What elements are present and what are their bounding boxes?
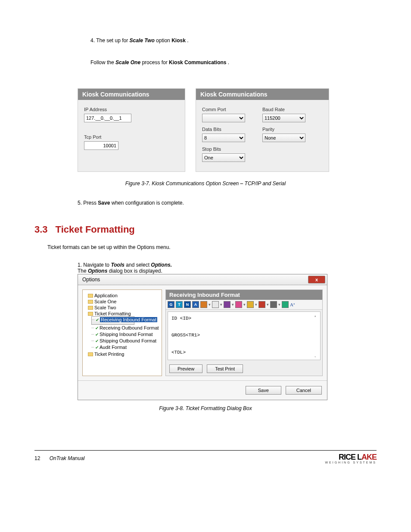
tf-intro: Ticket formats can be set up within the …: [47, 244, 377, 251]
folder-icon: [88, 312, 93, 316]
rice-lake-logo: RICE LAKE WEIGHING SYSTEMS: [325, 453, 377, 464]
stop-bits-select[interactable]: One: [202, 153, 245, 162]
format-toolbar: G T N A ▾ ▾ ▾ ▾ ▾ ▾ ▾ Aª: [166, 300, 322, 310]
manual-name: OnTrak Manual: [50, 455, 85, 461]
check-icon: ✔: [95, 345, 99, 350]
panel-head-left: Kiosk Communications: [78, 89, 185, 100]
scroll-up-icon[interactable]: ▴: [314, 313, 319, 318]
kiosk-panel-serial: Kiosk Communications Comm Port Baud Rate…: [196, 88, 329, 172]
tree-scale-one[interactable]: Scale One: [88, 299, 160, 305]
toolbar-g-icon[interactable]: G: [168, 301, 174, 308]
toolbar-a-icon[interactable]: A: [192, 301, 199, 308]
cancel-button[interactable]: Cancel: [286, 386, 322, 395]
data-bits-select[interactable]: 8: [202, 134, 245, 142]
instruction-scale-two: 4. The set up for Scale Two option Kiosk…: [90, 37, 377, 44]
dialog-title: Options: [82, 277, 100, 283]
folder-icon: [88, 306, 93, 310]
panel-head-right: Kiosk Communications: [196, 89, 329, 100]
ip-address-label: IP Address: [84, 107, 131, 112]
baud-rate-label: Baud Rate: [262, 107, 305, 112]
parity-label: Parity: [262, 127, 305, 132]
close-icon[interactable]: x: [308, 276, 325, 283]
stop-bits-label: Stop Bits: [202, 146, 245, 152]
scroll-down-icon[interactable]: ▾: [314, 354, 319, 359]
tf-step-1b: The Options dialog box is displayed.: [78, 268, 377, 274]
check-icon: ✔: [95, 339, 99, 343]
tree-receiving-inbound[interactable]: ✔Receiving Inbound Format: [91, 316, 134, 325]
tree-shipping-inbound[interactable]: ✔Shipping Inbound Format: [91, 331, 160, 338]
figure-3-8-caption: Figure 3-8. Ticket Formatting Dialog Box: [34, 405, 377, 411]
tree-shipping-outbound[interactable]: ✔Shipping Outbound Format: [91, 338, 160, 344]
toolbar-font-icon[interactable]: Aª: [290, 302, 295, 307]
figure-3-7-caption: Figure 3-7. Kiosk Communications Option …: [34, 180, 377, 187]
options-dialog: Options x Application Scale One Scale Tw…: [78, 274, 327, 400]
options-tree[interactable]: Application Scale One Scale Two Ticket F…: [82, 289, 162, 376]
format-editor-textarea[interactable]: ID <ID> GROSS<TR1> <TDL>▴▾: [168, 311, 321, 360]
toolbar-star-icon[interactable]: [247, 301, 254, 308]
tree-ticket-formatting[interactable]: Ticket Formatting ✔Receiving Inbound For…: [88, 311, 160, 351]
parity-select[interactable]: None: [262, 134, 305, 142]
baud-rate-select[interactable]: 115200: [262, 114, 305, 122]
page-footer: 12 OnTrak Manual RICE LAKE WEIGHING SYST…: [34, 450, 377, 464]
toolbar-gear-icon[interactable]: [235, 301, 242, 308]
tree-receiving-outbound[interactable]: ✔Receiving Outbound Format: [91, 325, 160, 331]
toolbar-t-icon[interactable]: T: [176, 301, 183, 308]
toolbar-n-icon[interactable]: N: [184, 301, 191, 308]
tree-audit-format[interactable]: ✔Audit Format: [91, 344, 160, 351]
page-number: 12: [34, 455, 40, 461]
instruction-save: 5. Press Save when configuration is comp…: [78, 199, 377, 207]
format-editor-pane: Receiving Inbound Format G T N A ▾ ▾ ▾ ▾…: [165, 289, 323, 376]
check-icon: ✔: [95, 326, 99, 330]
save-button[interactable]: Save: [246, 386, 281, 395]
check-icon: ✔: [96, 317, 99, 322]
folder-icon: [88, 352, 93, 356]
tree-ticket-printing[interactable]: Ticket Printing: [88, 351, 160, 357]
tree-application[interactable]: Application: [88, 292, 160, 299]
instruction-scale-one: Follow the Scale One process for Kiosk C…: [90, 59, 377, 66]
comm-port-select[interactable]: [202, 114, 245, 122]
toolbar-clip-icon[interactable]: [258, 301, 265, 308]
folder-icon: [88, 294, 93, 298]
tcp-port-input[interactable]: [84, 141, 118, 150]
kiosk-panel-tcpip: Kiosk Communications IP Address Tcp Port: [78, 88, 185, 172]
ip-address-input[interactable]: [84, 114, 131, 122]
dialog-titlebar[interactable]: Options x: [78, 274, 327, 285]
kiosk-panels-row: Kiosk Communications IP Address Tcp Port…: [78, 88, 377, 172]
section-3-3-heading: 3.3Ticket Formatting: [34, 224, 377, 235]
tree-scale-two[interactable]: Scale Two: [88, 305, 160, 311]
tcp-port-label: Tcp Port: [84, 134, 118, 140]
preview-button[interactable]: Preview: [169, 364, 202, 373]
format-editor-head: Receiving Inbound Format: [166, 290, 322, 300]
toolbar-refresh-icon[interactable]: [282, 301, 289, 308]
test-print-button[interactable]: Test Print: [207, 364, 243, 373]
comm-port-label: Comm Port: [202, 107, 245, 112]
toolbar-puzzle-icon[interactable]: [224, 301, 230, 308]
data-bits-label: Data Bits: [202, 127, 245, 132]
tf-step-1: 1. Navigate to Tools and select Options.: [78, 262, 377, 268]
toolbar-page-icon[interactable]: [212, 301, 219, 308]
check-icon: ✔: [95, 332, 99, 337]
toolbar-table-icon[interactable]: [200, 301, 207, 308]
folder-icon: [88, 300, 93, 304]
toolbar-link-icon[interactable]: [270, 301, 277, 308]
